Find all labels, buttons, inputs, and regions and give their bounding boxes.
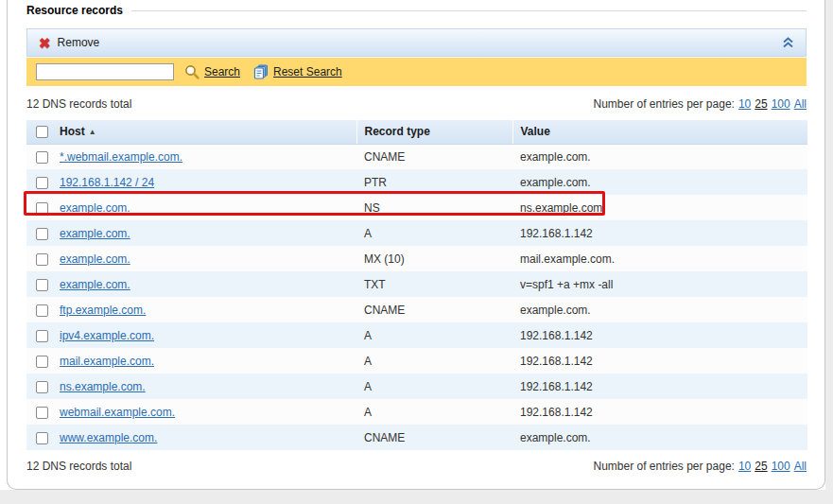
pagination-options: 1025100All (735, 97, 807, 111)
reset-search-link[interactable]: Reset Search (253, 64, 342, 79)
row-checkbox[interactable] (36, 151, 48, 164)
host-link[interactable]: ipv4.example.com. (60, 329, 154, 342)
magnifier-icon (184, 64, 200, 79)
row-checkbox[interactable] (36, 304, 48, 317)
row-checkbox-cell (26, 297, 57, 322)
table-row: ftp.example.com. CNAME example.com. (26, 297, 807, 322)
host-link[interactable]: *.webmail.example.com. (60, 150, 182, 164)
record-type-cell: CNAME (356, 297, 512, 322)
table-row: webmail.example.com. A 192.168.1.142 (26, 399, 807, 425)
page-size-option-10[interactable]: 10 (738, 97, 751, 111)
host-cell: example.com. (57, 195, 356, 220)
table-row: ns.example.com. A 192.168.1.142 (26, 374, 807, 399)
page-title: Resource records (26, 4, 123, 17)
records-total-bottom: 12 DNS records total (26, 460, 131, 473)
row-checkbox-cell (26, 169, 57, 195)
column-header-value[interactable]: Value (512, 120, 807, 144)
row-checkbox-cell (26, 322, 57, 348)
row-checkbox-cell (26, 348, 57, 374)
pagination-label: Number of entries per page: (593, 460, 734, 473)
row-checkbox[interactable] (36, 177, 48, 189)
host-cell: www.example.com. (57, 425, 356, 450)
host-link[interactable]: mail.example.com. (60, 355, 154, 368)
red-x-icon: ✖ (39, 36, 51, 50)
toolbar: ✖ Remove (26, 28, 807, 57)
value-cell: 192.168.1.142 (512, 399, 807, 425)
search-input[interactable] (36, 63, 174, 80)
row-checkbox-cell (26, 399, 57, 425)
host-link[interactable]: example.com. (60, 252, 130, 266)
value-cell: 192.168.1.142 (512, 220, 807, 246)
record-type-cell: A (356, 322, 512, 348)
host-cell: mail.example.com. (57, 348, 356, 374)
row-checkbox[interactable] (36, 228, 48, 240)
page: Resource records ✖ Remove (0, 0, 833, 504)
table-row: example.com. MX (10) mail.example.com. (26, 246, 807, 271)
sort-asc-icon: ▲ (89, 128, 96, 136)
host-link[interactable]: www.example.com. (60, 431, 157, 444)
pagination-bottom: Number of entries per page:1025100All (593, 460, 807, 473)
records-total-top: 12 DNS records total (26, 97, 131, 111)
reset-pages-icon (253, 64, 269, 79)
host-link[interactable]: webmail.example.com. (60, 406, 175, 419)
page-size-option-100[interactable]: 100 (772, 97, 790, 111)
page-size-option-25[interactable]: 25 (755, 97, 767, 111)
host-link[interactable]: example.com. (60, 227, 130, 240)
host-cell: example.com. (57, 271, 356, 297)
row-checkbox[interactable] (36, 381, 48, 393)
remove-button[interactable]: ✖ Remove (39, 36, 99, 50)
page-size-option-all[interactable]: All (794, 460, 807, 473)
row-checkbox-cell (26, 144, 57, 169)
search-link[interactable]: Search (184, 64, 240, 79)
pagination-top: Number of entries per page:1025100All (593, 97, 807, 111)
value-cell: 192.168.1.142 (512, 348, 807, 374)
record-type-cell: CNAME (356, 425, 512, 450)
row-checkbox-cell (26, 246, 57, 271)
column-header-record-type[interactable]: Record type (356, 120, 512, 144)
host-link[interactable]: ftp.example.com. (60, 304, 146, 317)
value-cell: mail.example.com. (512, 246, 807, 271)
page-size-option-10[interactable]: 10 (738, 460, 751, 473)
host-cell: ns.example.com. (57, 374, 356, 399)
right-scrollbar-track (825, 0, 833, 504)
row-checkbox[interactable] (36, 407, 48, 419)
row-checkbox[interactable] (36, 279, 48, 291)
host-cell: webmail.example.com. (57, 399, 356, 425)
host-cell: example.com. (57, 246, 356, 271)
host-link[interactable]: example.com. (60, 278, 130, 291)
row-checkbox-cell (26, 425, 57, 450)
collapse-toolbar-button[interactable] (783, 37, 793, 48)
column-header-host[interactable]: Host▲ (57, 120, 356, 144)
row-checkbox[interactable] (36, 432, 48, 444)
row-checkbox-cell (26, 374, 57, 399)
table-row: ipv4.example.com. A 192.168.1.142 (26, 322, 807, 348)
table-row: www.example.com. CNAME example.com. (26, 425, 807, 450)
host-cell: *.webmail.example.com. (57, 144, 356, 169)
row-checkbox[interactable] (36, 253, 48, 266)
host-link[interactable]: example.com. (60, 201, 130, 215)
page-size-option-100[interactable]: 100 (772, 460, 790, 473)
value-cell: example.com. (512, 425, 807, 450)
page-size-option-all[interactable]: All (794, 97, 807, 111)
remove-button-label: Remove (58, 36, 100, 49)
select-all-cell (26, 120, 57, 144)
page-size-option-25[interactable]: 25 (755, 460, 767, 473)
row-checkbox[interactable] (36, 330, 48, 342)
row-checkbox[interactable] (36, 356, 48, 368)
pagination-label: Number of entries per page: (593, 97, 734, 111)
value-cell: example.com. (512, 297, 807, 322)
list-meta-bottom: 12 DNS records total Number of entries p… (26, 460, 807, 473)
table-row: *.webmail.example.com. CNAME example.com… (26, 144, 807, 169)
table-row: example.com. NS ns.example.com. (26, 195, 807, 220)
record-type-cell: A (356, 220, 512, 246)
chevron-double-up-icon (783, 37, 793, 48)
row-checkbox[interactable] (36, 202, 48, 215)
host-cell: ipv4.example.com. (57, 322, 356, 348)
value-cell: v=spf1 +a +mx -all (512, 271, 807, 297)
host-link[interactable]: 192.168.1.142 / 24 (60, 176, 154, 189)
record-type-cell: A (356, 348, 512, 374)
select-all-checkbox[interactable] (36, 126, 48, 138)
table-row: mail.example.com. A 192.168.1.142 (26, 348, 807, 374)
search-bar: Search Reset Search (26, 58, 807, 86)
host-link[interactable]: ns.example.com. (60, 380, 146, 393)
